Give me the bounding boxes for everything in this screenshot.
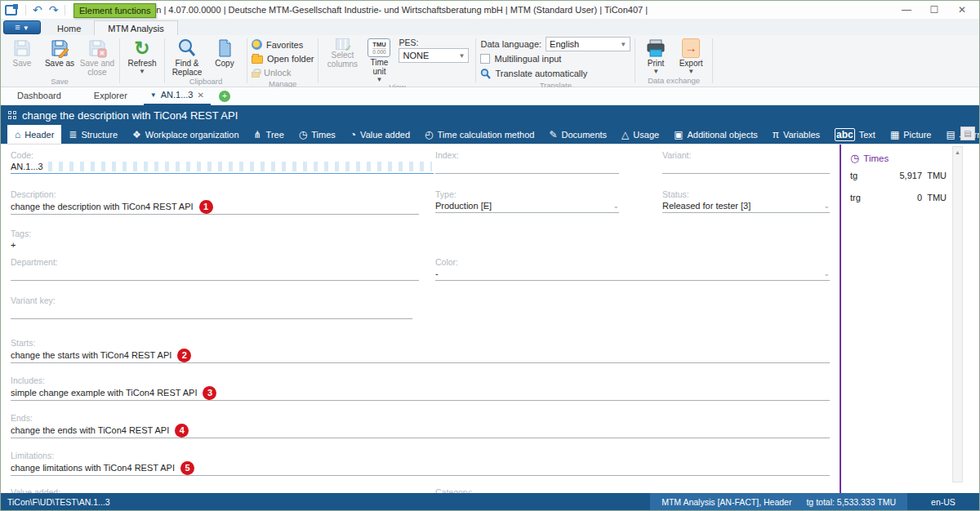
description-input[interactable]: change the description with TiCon4 REST … xyxy=(11,201,194,213)
starts-input[interactable]: change the starts with TiCon4 REST API xyxy=(11,349,172,362)
copy-button[interactable]: Copy xyxy=(207,38,243,68)
floppy-pencil-icon xyxy=(50,38,69,58)
limitations-input[interactable]: change limitations with TiCon4 REST API xyxy=(11,462,175,474)
type-label: Type: xyxy=(435,189,619,200)
times-scrollbar[interactable]: ▲ xyxy=(952,146,963,482)
chevron-down-icon: ⌄ xyxy=(823,268,830,280)
status-select[interactable]: Released for tester [3]⌄ xyxy=(662,200,830,212)
favorites-button[interactable]: Favorites xyxy=(252,38,303,51)
tab-home[interactable]: Home xyxy=(44,21,94,35)
add-tag-button[interactable]: + xyxy=(11,239,16,251)
save-as-button[interactable]: Save as xyxy=(42,38,78,68)
select-columns-button: Select columns xyxy=(323,38,362,69)
printer-icon xyxy=(646,38,666,58)
ribbon-group-refresh: ↻ Refresh ▼ xyxy=(121,35,163,87)
status-locale[interactable]: en-US xyxy=(907,497,979,507)
tmu-icon: TMU0.000 xyxy=(368,38,390,57)
code-input[interactable]: AN.1...3 xyxy=(11,161,43,173)
time-unit-button[interactable]: TMU0.000 Time unit ▼ xyxy=(363,38,394,82)
code-label: Code: xyxy=(11,150,434,161)
tab-picture[interactable]: ▦Picture xyxy=(883,125,939,144)
tab-analysis-active[interactable]: ▼ AN.1...3 ✕ xyxy=(144,87,211,106)
ends-input[interactable]: change the ends with TiCon4 REST API xyxy=(11,424,169,437)
tab-documents[interactable]: ✎Documents xyxy=(541,125,614,144)
pes-label: PES: xyxy=(399,38,469,47)
code-input-mask[interactable] xyxy=(48,162,432,171)
chevron-down-icon: ▼ xyxy=(620,41,626,48)
divider xyxy=(25,5,26,16)
pie-clock-icon: ◔ xyxy=(350,130,356,140)
new-tab-button[interactable]: + xyxy=(219,91,230,102)
tab-mtm-analysis[interactable]: MTM Analysis xyxy=(94,20,177,35)
floppy-icon xyxy=(12,38,32,58)
detail-tab-strip: ⌂Header ≣Structure ❖Workplace organizati… xyxy=(1,125,979,144)
main-menu-button[interactable]: ≡ ▼ xyxy=(3,20,41,34)
redo-icon[interactable]: ↷ xyxy=(46,4,62,16)
minimize-button[interactable]: — xyxy=(893,1,920,19)
grid-icon xyxy=(8,111,16,119)
lock-icon xyxy=(252,72,260,78)
time-name: tg xyxy=(850,171,858,180)
document-tab-bar: Dashboard Explorer ▼ AN.1...3 ✕ + xyxy=(1,87,979,105)
active-tab-label: AN.1...3 xyxy=(161,87,194,104)
tab-additional-objects[interactable]: ▣Additional objects xyxy=(666,125,765,144)
tab-text[interactable]: abcText xyxy=(827,125,883,144)
pes-select[interactable]: NONE▼ xyxy=(399,48,469,63)
open-folder-button[interactable]: Open folder xyxy=(252,51,314,65)
refresh-button[interactable]: ↻ Refresh ▼ xyxy=(124,38,160,74)
multilingual-checkbox[interactable] xyxy=(480,54,490,64)
unlock-button: Unlock xyxy=(252,65,292,79)
divider xyxy=(475,38,476,83)
hamburger-icon: ≡ xyxy=(15,22,20,32)
app-window: ↶ ↷ TiCon | 4.07.00.0000 | Deutsche MTM-… xyxy=(0,0,980,511)
chevron-down-icon: ▼ xyxy=(376,77,383,82)
step-badge-3: 3 xyxy=(203,386,216,400)
tab-usage[interactable]: △Usage xyxy=(614,125,666,144)
list-icon: ≣ xyxy=(69,130,77,140)
tab-structure[interactable]: ≣Structure xyxy=(61,125,125,144)
close-tab-icon[interactable]: ✕ xyxy=(197,87,203,104)
favorites-icon xyxy=(252,39,262,50)
export-arrow-icon: → xyxy=(682,38,700,58)
clock-icon: ◷ xyxy=(299,130,307,140)
tab-tree[interactable]: ⋔Tree xyxy=(247,125,292,144)
type-select[interactable]: Production [E]⌄ xyxy=(435,200,619,212)
tab-time-calculation-method[interactable]: ◴Time calculation method xyxy=(417,125,541,144)
tab-explorer[interactable]: Explorer xyxy=(78,87,144,104)
scroll-up-icon[interactable]: ▲ xyxy=(953,147,962,158)
undo-icon[interactable]: ↶ xyxy=(29,4,46,16)
print-button[interactable]: Print ▼ xyxy=(639,38,672,74)
time-unit: TMU xyxy=(922,193,947,202)
chevron-down-icon[interactable]: ▼ xyxy=(150,87,157,104)
step-badge-1: 1 xyxy=(199,200,213,214)
close-button[interactable]: ✕ xyxy=(948,1,976,19)
tab-dashboard[interactable]: Dashboard xyxy=(1,87,78,104)
tab-value-added[interactable]: ◔Value added xyxy=(343,125,417,144)
color-select[interactable]: -⌄ xyxy=(435,268,830,280)
tab-variables[interactable]: πVariables xyxy=(765,125,827,144)
folder-icon xyxy=(252,56,263,64)
analysis-header-bar: change the description with TiCon4 REST … xyxy=(1,105,979,125)
save-and-close-button: Save and close xyxy=(79,38,115,77)
chevron-down-icon: ▼ xyxy=(653,69,659,74)
journal-icon: ▤ xyxy=(947,130,956,140)
times-panel: ◷Times tg 5,917 TMU trg 0 TMU ▲ xyxy=(840,144,964,495)
notes-panel-icon[interactable]: ▤ xyxy=(960,127,975,140)
chevron-down-icon: ⌄ xyxy=(823,200,830,212)
includes-input[interactable]: simple change example with TiCon4 REST A… xyxy=(11,387,197,399)
includes-label: Includes: xyxy=(11,375,830,386)
translate-automatically-button[interactable]: Translate automatically xyxy=(480,66,587,81)
maximize-button[interactable]: ☐ xyxy=(920,1,948,19)
department-label: Department: xyxy=(11,257,419,268)
save-button: Save xyxy=(4,38,40,68)
find-replace-button[interactable]: Find & Replace xyxy=(169,38,205,77)
tab-times[interactable]: ◷Times xyxy=(292,125,343,144)
status-path: TiCon\F\UD\TEST\AN.1...3 xyxy=(7,497,110,507)
document-icon xyxy=(215,38,234,58)
tab-workplace-organization[interactable]: ❖Workplace organization xyxy=(125,125,247,144)
tab-header[interactable]: ⌂Header xyxy=(7,125,61,144)
data-language-select[interactable]: English▼ xyxy=(546,37,630,51)
columns-icon xyxy=(336,38,350,50)
analysis-title: change the description with TiCon4 REST … xyxy=(22,109,238,122)
export-button[interactable]: → Export ▼ xyxy=(674,38,708,74)
